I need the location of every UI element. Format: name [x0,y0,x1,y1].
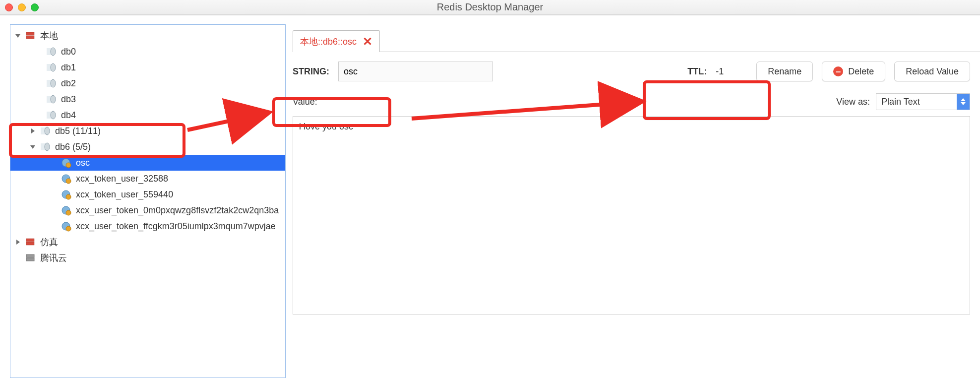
key-label: xcx_token_user_32588 [76,174,168,184]
tab-bar: 本地::db6::osc ✕ [293,30,980,52]
value-label: Value: [293,97,317,107]
db-label: db4 [61,110,76,121]
key-icon [60,189,72,200]
svg-marker-16 [30,145,35,149]
db-item[interactable]: db2 [10,75,285,91]
server-icon [24,30,36,42]
server-icon [24,252,36,264]
database-icon [39,125,51,137]
select-value: Plain Text [881,97,920,107]
key-icon [60,173,72,185]
svg-marker-29 [16,240,20,245]
server-label: 本地 [40,30,58,42]
db-label: db2 [61,78,76,89]
key-item[interactable]: xcx_user_token_ffcgkm3r05iumlpx3mqum7wpv… [10,218,285,234]
db-item-db6[interactable]: db6 (5/5) [10,139,285,155]
svg-marker-0 [15,34,20,38]
window-titlebar: Redis Desktop Manager [0,0,980,15]
svg-marker-13 [31,128,35,133]
button-label: Delete [848,66,874,77]
svg-rect-32 [26,254,34,257]
key-label: xcx_user_token_0m0pxqwzg8flsvzf2tak2cw2q… [76,205,279,216]
db-label: db1 [61,63,76,73]
chevron-right-icon[interactable] [29,127,36,134]
database-icon [45,109,57,121]
db-item[interactable]: db3 [10,91,285,107]
db-item[interactable]: db0 [10,44,285,60]
svg-point-12 [51,111,56,119]
database-icon [45,93,57,105]
chevron-down-icon[interactable] [29,143,36,150]
ttl-label: TTL: [687,66,707,77]
svg-rect-1 [26,32,34,35]
svg-point-18 [45,143,50,151]
db-label: db3 [61,94,76,105]
close-tab-icon[interactable]: ✕ [363,35,372,49]
key-icon [60,157,72,169]
svg-rect-30 [26,239,34,242]
minus-icon: – [833,66,843,76]
svg-point-22 [66,179,71,184]
server-item-local[interactable]: 本地 [10,28,285,44]
key-item-osc[interactable]: osc [10,155,285,171]
server-label: 腾讯云 [40,252,67,264]
db-label: db6 (5/5) [55,142,91,152]
svg-point-6 [51,63,56,71]
window-title: Redis Desktop Manager [0,1,980,13]
svg-point-24 [66,194,71,199]
svg-rect-33 [26,258,34,261]
key-item[interactable]: xcx_token_user_559440 [10,187,285,202]
svg-rect-31 [26,242,34,245]
database-icon [39,141,51,153]
key-label: xcx_user_token_ffcgkm3r05iumlpx3mqum7wpv… [76,221,276,232]
value-textarea[interactable]: i love you osc [293,116,970,315]
delete-button[interactable]: – Delete [822,62,885,81]
rename-button[interactable]: Rename [756,62,813,81]
key-label: osc [76,158,90,168]
key-name-input[interactable] [338,62,493,81]
view-as-select[interactable]: Plain Text [876,93,970,110]
reload-value-button[interactable]: Reload Value [894,62,970,81]
chevron-down-icon[interactable] [14,32,21,39]
chevron-right-icon[interactable] [14,239,21,246]
key-icon [60,220,72,232]
key-editor-panel: 本地::db6::osc ✕ STRING: TTL: -1 Rename – … [286,15,980,378]
db-label: db5 (11/11) [55,126,101,136]
db-item[interactable]: db5 (11/11) [10,123,285,139]
database-icon [45,46,57,58]
svg-point-15 [45,127,50,135]
svg-point-10 [51,95,56,103]
svg-rect-2 [26,36,34,39]
svg-point-4 [51,48,56,56]
type-label: STRING: [293,66,329,77]
db-label: db0 [61,47,76,57]
svg-point-28 [66,226,71,231]
connection-tree[interactable]: 本地 db0 db1 d [10,24,286,378]
view-as-label: View as: [836,97,870,107]
chevron-updown-icon [957,94,970,110]
svg-point-26 [66,210,71,215]
button-label: Reload Value [906,66,959,77]
svg-point-20 [66,163,71,168]
key-label: xcx_token_user_559440 [76,189,173,200]
server-item[interactable]: 仿真 [10,234,285,250]
key-item[interactable]: xcx_user_token_0m0pxqwzg8flsvzf2tak2cw2q… [10,202,285,218]
key-icon [60,204,72,216]
tab-title: 本地::db6::osc [300,36,357,48]
server-item[interactable]: 腾讯云 [10,250,285,266]
key-item[interactable]: xcx_token_user_32588 [10,171,285,187]
server-label: 仿真 [40,236,58,248]
db-item[interactable]: db1 [10,60,285,75]
ttl-value: -1 [716,66,724,77]
database-icon [45,62,57,73]
button-label: Rename [768,66,801,77]
value-text: i love you osc [299,122,353,131]
svg-point-8 [51,79,56,87]
database-icon [45,77,57,89]
db-item[interactable]: db4 [10,107,285,123]
server-icon [24,236,36,248]
tab-key-osc[interactable]: 本地::db6::osc ✕ [293,30,380,52]
